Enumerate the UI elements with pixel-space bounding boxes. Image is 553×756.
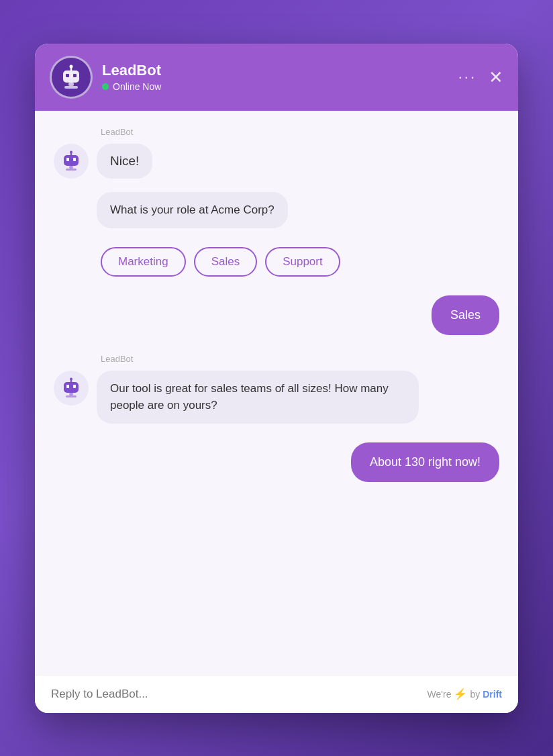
svg-rect-12 (69, 166, 73, 169)
header-title: LeadBot (102, 62, 449, 79)
drift-brand: Drift (483, 689, 502, 700)
svg-point-4 (70, 64, 73, 68)
close-icon[interactable]: ✕ (489, 68, 503, 86)
reply-input[interactable] (51, 688, 428, 701)
options-row: Marketing Sales Support (101, 247, 499, 277)
svg-rect-15 (66, 385, 69, 388)
bubble-role: What is your role at Acme Corp? (97, 192, 288, 228)
header-info: LeadBot Online Now (102, 62, 449, 92)
more-options-icon[interactable]: ··· (458, 68, 476, 86)
powered-prefix: We're (428, 689, 452, 700)
header-avatar (50, 56, 93, 99)
option-marketing[interactable]: Marketing (101, 247, 186, 277)
message-row-tool: Our tool is great for sales teams of all… (54, 371, 499, 424)
svg-point-11 (70, 150, 72, 153)
message-row-nice: Nice! (54, 144, 499, 179)
chat-body: LeadBot Nice! What is your role at Acme (35, 111, 518, 675)
bubble-nice: Nice! (97, 144, 152, 179)
chat-header: LeadBot Online Now ··· ✕ (35, 44, 518, 111)
bot-avatar-small-2 (54, 371, 89, 406)
status-text: Online Now (113, 81, 161, 92)
svg-rect-2 (73, 74, 77, 77)
bubble-user-130: About 130 right now! (351, 442, 499, 482)
svg-rect-20 (66, 395, 77, 397)
option-support[interactable]: Support (265, 247, 340, 277)
chat-footer: We're ⚡ by Drift (35, 675, 518, 713)
option-sales[interactable]: Sales (194, 247, 258, 277)
svg-rect-16 (73, 385, 76, 388)
chat-window: LeadBot Online Now ··· ✕ LeadBot (35, 44, 518, 713)
bubble-tool: Our tool is great for sales teams of all… (97, 371, 419, 424)
svg-rect-1 (66, 74, 69, 77)
message-row-role: What is your role at Acme Corp? (54, 192, 499, 228)
svg-rect-5 (68, 83, 74, 86)
message-row-user-130: About 130 right now! (54, 442, 499, 482)
svg-rect-19 (69, 393, 73, 395)
powered-by-text: by (470, 689, 480, 700)
status-dot-icon (102, 83, 109, 90)
svg-rect-8 (66, 158, 69, 161)
bot-label-2: LeadBot (101, 354, 499, 364)
bot-label-1: LeadBot (101, 127, 499, 137)
svg-rect-9 (73, 158, 76, 161)
svg-rect-14 (64, 382, 79, 393)
svg-rect-6 (64, 86, 78, 89)
svg-point-18 (70, 377, 72, 380)
lightning-icon: ⚡ (454, 688, 467, 700)
bubble-user-sales: Sales (432, 295, 499, 335)
header-status: Online Now (102, 81, 449, 92)
bot-avatar-small-1 (54, 144, 89, 179)
svg-rect-0 (63, 70, 79, 83)
header-actions: ··· ✕ (458, 68, 503, 86)
message-row-user-sales: Sales (54, 295, 499, 335)
powered-by: We're ⚡ by Drift (428, 688, 502, 700)
svg-rect-7 (64, 155, 79, 166)
svg-rect-13 (66, 169, 77, 171)
